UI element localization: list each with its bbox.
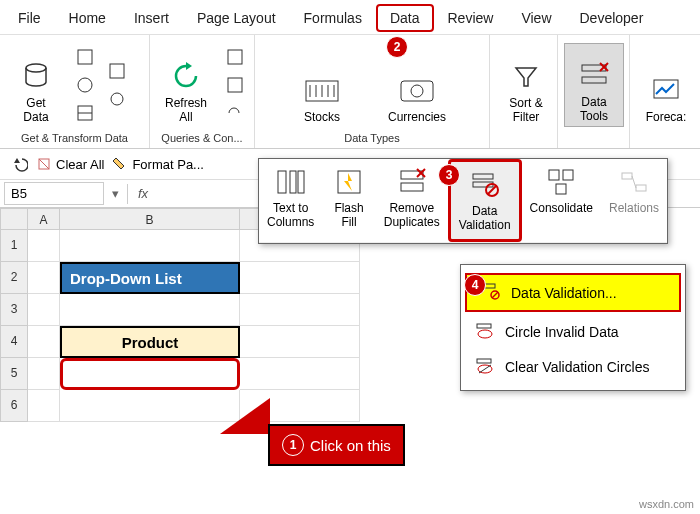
cell-b4[interactable]: Product xyxy=(60,326,240,358)
select-all-corner[interactable] xyxy=(0,208,28,230)
watermark: wsxdn.com xyxy=(639,498,694,510)
tab-view[interactable]: View xyxy=(507,4,565,32)
database-icon xyxy=(18,58,54,94)
row-header-1[interactable]: 1 xyxy=(0,230,28,262)
get-data-label: Get Data xyxy=(23,96,48,125)
sort-filter-label: Sort & Filter xyxy=(509,96,542,125)
svg-point-0 xyxy=(26,64,46,72)
group-get-transform-label: Get & Transform Data xyxy=(6,130,143,146)
cell-b2[interactable]: Drop-Down List xyxy=(60,262,240,294)
tab-data[interactable]: Data xyxy=(376,4,434,32)
svg-rect-29 xyxy=(338,171,360,193)
svg-rect-50 xyxy=(477,359,491,363)
cell-b3[interactable] xyxy=(60,294,240,326)
svg-rect-5 xyxy=(110,64,124,78)
consolidate-icon xyxy=(544,165,578,199)
svg-rect-1 xyxy=(78,50,92,64)
svg-point-2 xyxy=(78,78,92,92)
edit-links-icon[interactable] xyxy=(222,100,248,126)
refresh-icon xyxy=(168,58,204,94)
format-painter-label: Format Pa... xyxy=(132,157,204,172)
tab-formulas[interactable]: Formulas xyxy=(290,4,376,32)
properties-icon[interactable] xyxy=(222,72,248,98)
cell-a6[interactable] xyxy=(28,390,60,422)
callout-text: Click on this xyxy=(310,437,391,454)
cell-c4[interactable] xyxy=(240,326,360,358)
svg-rect-27 xyxy=(290,171,296,193)
svg-rect-43 xyxy=(636,185,646,191)
col-header-a[interactable]: A xyxy=(28,208,60,230)
tab-file[interactable]: File xyxy=(4,4,55,32)
text-to-columns-icon xyxy=(274,165,308,199)
row-header-2[interactable]: 2 xyxy=(0,262,28,294)
flash-fill-button[interactable]: Flash Fill xyxy=(322,159,375,242)
cell-b5[interactable] xyxy=(60,358,240,390)
menu-data-validation[interactable]: Data Validation... xyxy=(465,273,681,312)
cell-a1[interactable] xyxy=(28,230,60,262)
svg-rect-40 xyxy=(563,170,573,180)
svg-rect-28 xyxy=(298,171,304,193)
remove-duplicates-button[interactable]: Remove Duplicates xyxy=(376,159,448,242)
data-tools-label: Data Tools xyxy=(580,95,608,124)
menu-clear-circles[interactable]: Clear Validation Circles xyxy=(461,349,685,384)
circle-invalid-icon xyxy=(475,320,495,343)
relationships-button[interactable]: Relations xyxy=(601,159,667,242)
cell-c3[interactable] xyxy=(240,294,360,326)
dropdown-icon[interactable]: ▾ xyxy=(108,186,123,201)
consolidate-button[interactable]: Consolidate xyxy=(522,159,601,242)
stocks-icon xyxy=(304,72,340,108)
annotation-badge-1: 1 xyxy=(282,434,304,456)
forecast-label: Foreca: xyxy=(646,110,687,124)
cell-a4[interactable] xyxy=(28,326,60,358)
cell-c5[interactable] xyxy=(240,358,360,390)
annotation-badge-2: 2 xyxy=(386,36,408,58)
svg-rect-22 xyxy=(654,80,678,98)
cell-a2[interactable] xyxy=(28,262,60,294)
row-header-6[interactable]: 6 xyxy=(0,390,28,422)
currencies-label: Currencies xyxy=(388,110,446,124)
tab-page-layout[interactable]: Page Layout xyxy=(183,4,290,32)
queries-connections-icon[interactable] xyxy=(222,44,248,70)
cell-b6[interactable] xyxy=(60,390,240,422)
get-data-button[interactable]: Get Data xyxy=(6,43,66,127)
name-box[interactable] xyxy=(4,182,104,205)
svg-line-44 xyxy=(632,176,636,188)
annotation-badge-3: 3 xyxy=(438,164,460,186)
stocks-button[interactable]: Stocks xyxy=(292,43,352,127)
undo-button[interactable] xyxy=(10,155,28,173)
row-header-3[interactable]: 3 xyxy=(0,294,28,326)
svg-rect-42 xyxy=(622,173,632,179)
sort-filter-button[interactable]: Sort & Filter xyxy=(496,43,556,127)
data-tools-button[interactable]: Data Tools xyxy=(564,43,624,127)
recent-sources-icon[interactable] xyxy=(104,58,130,84)
text-to-columns-button[interactable]: Text to Columns xyxy=(259,159,322,242)
tab-developer[interactable]: Developer xyxy=(566,4,658,32)
menu-circle-invalid[interactable]: Circle Invalid Data xyxy=(461,314,685,349)
svg-rect-48 xyxy=(477,324,491,328)
cell-c2[interactable] xyxy=(240,262,360,294)
from-web-icon[interactable] xyxy=(72,72,98,98)
existing-connections-icon[interactable] xyxy=(104,86,130,112)
cell-b1[interactable] xyxy=(60,230,240,262)
data-validation-menu: Data Validation... Circle Invalid Data C… xyxy=(460,264,686,391)
format-painter-button[interactable]: Format Pa... xyxy=(112,156,204,172)
tab-insert[interactable]: Insert xyxy=(120,4,183,32)
clear-all-button[interactable]: Clear All xyxy=(36,156,104,172)
row-header-4[interactable]: 4 xyxy=(0,326,28,358)
from-table-icon[interactable] xyxy=(72,100,98,126)
fx-icon[interactable]: fx xyxy=(132,186,154,201)
forecast-button[interactable]: Foreca: xyxy=(636,43,696,127)
tab-home[interactable]: Home xyxy=(55,4,120,32)
cell-a5[interactable] xyxy=(28,358,60,390)
col-header-b[interactable]: B xyxy=(60,208,240,230)
svg-point-17 xyxy=(411,85,423,97)
svg-rect-32 xyxy=(401,183,423,191)
refresh-all-button[interactable]: Refresh All xyxy=(156,43,216,127)
cell-a3[interactable] xyxy=(28,294,60,326)
row-header-5[interactable]: 5 xyxy=(0,358,28,390)
svg-point-49 xyxy=(478,330,492,338)
svg-line-47 xyxy=(492,292,498,298)
svg-marker-7 xyxy=(186,62,192,70)
from-text-icon[interactable] xyxy=(72,44,98,70)
tab-review[interactable]: Review xyxy=(434,4,508,32)
